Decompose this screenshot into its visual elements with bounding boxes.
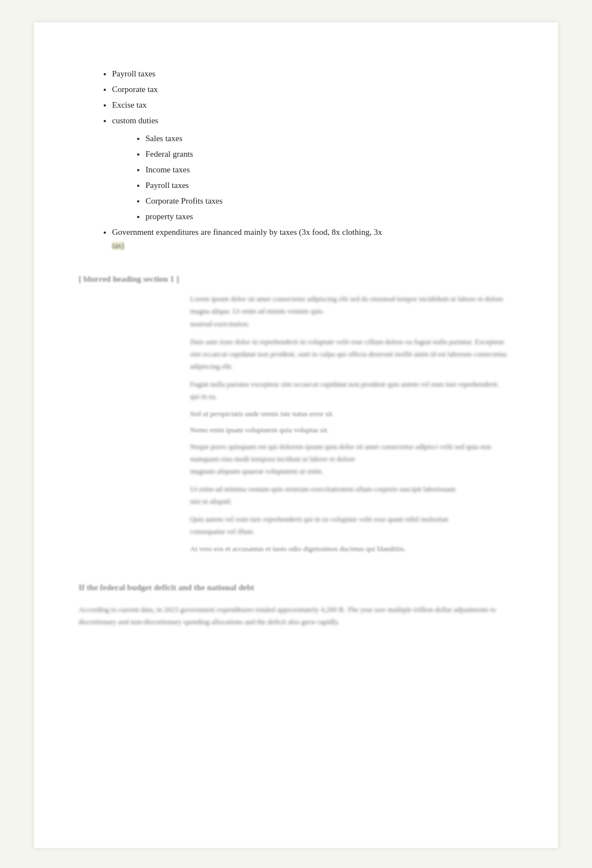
bullet-list-section: Payroll taxes Corporate tax Excise tax c… (79, 67, 513, 252)
page-container: Payroll taxes Corporate tax Excise tax c… (34, 22, 558, 848)
section1-para4: Neque porro quisquam est qui dolorem ips… (190, 441, 513, 478)
item-text: property taxes (145, 212, 193, 221)
long-item-continuation: tax) (112, 242, 124, 250)
level2-list: Sales taxes Federal grants Income taxes … (79, 132, 513, 223)
item-text: Corporate tax (112, 85, 158, 94)
list-item: Federal grants (145, 147, 513, 161)
section1-content: Lorem ipsum dolor sit amet consectetur a… (190, 293, 513, 555)
level1-list: Payroll taxes Corporate tax Excise tax c… (79, 67, 513, 127)
long-list-item: Government expenditures are financed mai… (112, 225, 513, 252)
item-text: Payroll taxes (112, 69, 156, 78)
item-text: Income taxes (145, 165, 190, 174)
list-item: property taxes (145, 210, 513, 223)
item-text: Payroll taxes (145, 181, 189, 190)
list-item: Sales taxes (145, 132, 513, 145)
section1-sub1: Sed ut perspiciatis unde omnis iste natu… (190, 408, 513, 420)
section1-conclusion: At vero eos et accusamus et iusto odio d… (190, 543, 513, 555)
section1-sub2: Nemo enim ipsam voluptatem quia voluptas… (190, 425, 513, 436)
item-text: Sales taxes (145, 134, 182, 143)
list-item: Payroll taxes (112, 67, 513, 80)
list-item: Corporate tax (112, 83, 513, 96)
section1-para2: Duis aute irure dolor in reprehenderit i… (190, 336, 513, 373)
section1-para6: Quis autem vel eum iure reprehenderit qu… (190, 513, 513, 538)
section1-para3: Fugiat nulla pariatur excepteur sint occ… (190, 378, 513, 403)
list-item: Corporate Profits taxes (145, 194, 513, 208)
section1-heading: [ blurred heading section 1 ] (79, 274, 513, 284)
list-item: custom duties (112, 114, 513, 127)
item-text: Federal grants (145, 150, 193, 158)
section2-heading: If the federal budget deficit and the na… (79, 583, 513, 592)
section1-para5: Ut enim ad minima veniam quis nostrum ex… (190, 483, 513, 508)
list-item: Payroll taxes (145, 179, 513, 192)
item-text: custom duties (112, 116, 158, 125)
section1-para1: Lorem ipsum dolor sit amet consectetur a… (190, 293, 513, 330)
item-text: Corporate Profits taxes (145, 196, 222, 205)
long-item-text: Government expenditures are financed mai… (112, 228, 382, 237)
list-item: Excise tax (112, 98, 513, 112)
list-item: Income taxes (145, 163, 513, 176)
long-item-list: Government expenditures are financed mai… (79, 225, 513, 252)
item-text: Excise tax (112, 100, 147, 109)
section2-body: According to current data, in 2023 gover… (79, 604, 513, 628)
